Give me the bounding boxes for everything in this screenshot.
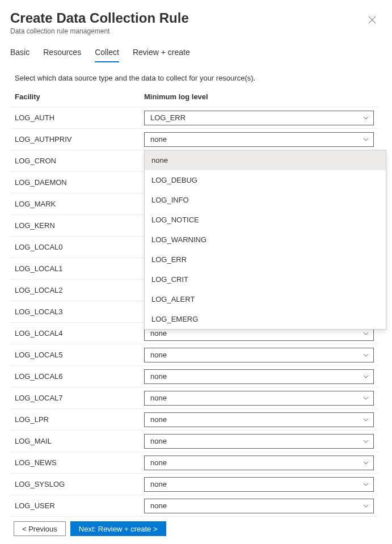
table-row: LOG_LPRnone: [10, 409, 378, 431]
chevron-down-icon: [363, 137, 369, 142]
select-value: none: [150, 329, 167, 338]
chevron-down-icon: [363, 438, 369, 444]
facility-label: LOG_MAIL: [15, 437, 144, 445]
chevron-down-icon: [363, 460, 369, 466]
close-button[interactable]: [366, 14, 378, 28]
facility-label: LOG_LOCAL5: [15, 351, 144, 359]
table-row: LOG_AUTHLOG_ERR: [10, 107, 378, 129]
dropdown-option[interactable]: LOG_ALERT: [145, 289, 386, 309]
select-value: none: [150, 437, 167, 445]
tab-collect[interactable]: Collect: [95, 44, 119, 62]
facility-label: LOG_USER: [15, 501, 144, 510]
log-level-select[interactable]: LOG_ERR: [144, 111, 374, 125]
facility-label: LOG_LOCAL4: [15, 329, 144, 338]
log-level-select[interactable]: none: [144, 456, 374, 470]
facility-label: LOG_LOCAL0: [15, 243, 144, 251]
facility-label: LOG_AUTHPRIV: [15, 135, 144, 144]
chevron-down-icon: [363, 417, 369, 423]
facility-label: LOG_SYSLOG: [15, 480, 144, 488]
facility-label: LOG_LOCAL7: [15, 394, 144, 402]
chevron-down-icon: [363, 374, 369, 379]
facility-label: LOG_LOCAL2: [15, 286, 144, 294]
tab-basic[interactable]: Basic: [10, 44, 29, 62]
tabs: BasicResourcesCollectReview + create: [10, 44, 378, 62]
tab-resources[interactable]: Resources: [43, 44, 81, 62]
table-row: LOG_NEWSnone: [10, 452, 378, 474]
select-value: none: [150, 351, 167, 359]
select-value: none: [150, 372, 167, 381]
select-value: none: [150, 458, 167, 467]
close-icon: [368, 16, 376, 24]
chevron-down-icon: [363, 331, 369, 336]
log-level-select[interactable]: none: [144, 369, 374, 384]
table-row: LOG_LOCAL6none: [10, 366, 378, 387]
facility-label: LOG_KERN: [15, 221, 144, 230]
column-header-level: Minimum log level: [144, 92, 374, 101]
dropdown-option[interactable]: LOG_INFO: [145, 190, 386, 210]
select-value: none: [150, 394, 167, 402]
log-level-select[interactable]: none: [144, 391, 374, 406]
facility-label: LOG_CRON: [15, 157, 144, 165]
log-level-select[interactable]: none: [144, 412, 374, 427]
table-row: LOG_LOCAL5none: [10, 344, 378, 366]
table-row: LOG_SYSLOGnone: [10, 474, 378, 495]
dropdown-option[interactable]: LOG_DEBUG: [145, 170, 386, 190]
table-header: Facility Minimum log level: [10, 92, 378, 107]
next-button[interactable]: Next: Review + create >: [70, 521, 166, 536]
page-subtitle: Data collection rule management: [10, 27, 189, 35]
select-value: none: [150, 415, 167, 424]
facility-label: LOG_DAEMON: [15, 178, 144, 187]
log-level-select[interactable]: none: [144, 499, 374, 513]
chevron-down-icon: [363, 115, 369, 121]
column-header-facility: Facility: [15, 92, 144, 101]
table-row: LOG_LOCAL7none: [10, 387, 378, 409]
previous-button[interactable]: < Previous: [14, 521, 66, 536]
log-level-select[interactable]: none: [144, 132, 374, 147]
facility-label: LOG_LPR: [15, 415, 144, 424]
dropdown-option[interactable]: LOG_EMERG: [145, 309, 386, 329]
tab-review-create[interactable]: Review + create: [133, 44, 190, 62]
chevron-down-icon: [363, 503, 369, 509]
chevron-down-icon: [363, 482, 369, 487]
dropdown-option[interactable]: LOG_NOTICE: [145, 210, 386, 230]
facility-label: LOG_LOCAL3: [15, 307, 144, 316]
table-row: LOG_AUTHPRIVnone: [10, 129, 378, 150]
facility-label: LOG_LOCAL6: [15, 372, 144, 381]
page-title: Create Data Collection Rule: [10, 10, 189, 26]
instruction-text: Select which data source type and the da…: [10, 74, 378, 82]
table-row: LOG_MAILnone: [10, 431, 378, 452]
select-value: none: [150, 135, 167, 144]
facility-label: LOG_LOCAL1: [15, 264, 144, 273]
facility-label: LOG_AUTH: [15, 113, 144, 122]
table-row: LOG_USERnone: [10, 495, 378, 517]
select-value: none: [150, 501, 167, 510]
dropdown-option[interactable]: none: [145, 150, 386, 170]
log-level-select[interactable]: none: [144, 434, 374, 449]
dropdown-option[interactable]: LOG_WARNING: [145, 230, 386, 250]
facility-label: LOG_MARK: [15, 200, 144, 208]
dropdown-option[interactable]: LOG_CRIT: [145, 269, 386, 289]
log-level-select[interactable]: none: [144, 477, 374, 492]
dropdown-option[interactable]: LOG_ERR: [145, 250, 386, 269]
select-value: none: [150, 480, 167, 488]
select-value: LOG_ERR: [150, 113, 186, 122]
log-level-dropdown-menu[interactable]: noneLOG_DEBUGLOG_INFOLOG_NOTICELOG_WARNI…: [144, 150, 386, 330]
chevron-down-icon: [363, 395, 369, 401]
chevron-down-icon: [363, 352, 369, 358]
log-level-select[interactable]: none: [144, 348, 374, 362]
facility-label: LOG_NEWS: [15, 458, 144, 467]
